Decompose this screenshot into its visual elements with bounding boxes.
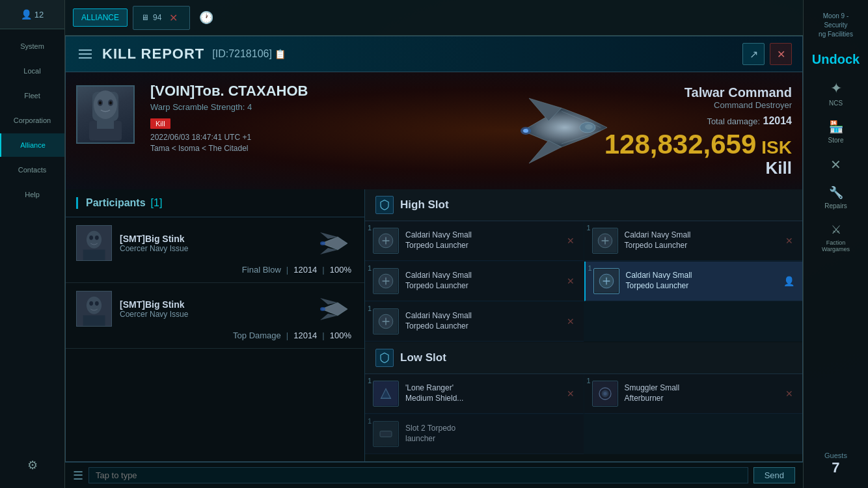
kill-report-buttons: ↗ ✕ <box>742 43 792 65</box>
svg-rect-18 <box>83 250 105 260</box>
ncs-label: NCS <box>829 100 843 107</box>
slot-item: 1 Caldari Navy SmallTorpedo Launcher ✕ <box>365 262 584 301</box>
chat-input[interactable] <box>88 467 748 483</box>
participant-info-1: [SMT]Big Stink Coercer Navy Issue <box>120 234 301 253</box>
participant-portrait-1 <box>76 225 112 261</box>
sidebar-nav: System Local Fleet Corporation Alliance … <box>0 29 64 442</box>
low-slot-name-2: Smuggler SmallAfterburner <box>625 383 778 403</box>
user-icon: 👤 <box>21 9 32 20</box>
damage-info: Talwar Command Command Destroyer Total d… <box>604 85 792 178</box>
bottom-bar: ☰ Send <box>65 462 803 488</box>
participant-ship-img-2 <box>308 293 354 325</box>
damage-display: Total damage: 12014 <box>604 115 792 127</box>
list-item: [SMT]Big Stink Coercer Navy Issue Final … <box>66 217 364 283</box>
copy-icon[interactable]: 📋 <box>275 49 286 59</box>
low-slot-x-1[interactable]: ✕ <box>565 387 576 400</box>
svg-point-19 <box>320 241 325 245</box>
clock-icon[interactable]: 🕐 <box>195 7 217 29</box>
tools-icon: ✕ <box>830 157 841 172</box>
notifications-count: 94 <box>153 13 161 22</box>
right-sidebar-repairs[interactable]: 🔧 Repairs <box>804 179 868 216</box>
sidebar-item-help[interactable]: Help <box>0 183 64 206</box>
faction-label: FactionWargames <box>822 239 850 252</box>
user-count-display: 👤 94 12 <box>0 5 64 23</box>
sidebar-bottom: ⚙ <box>0 442 64 488</box>
monitor-icon: 🖥 <box>141 13 149 22</box>
repairs-label: Repairs <box>824 202 847 210</box>
slot-item: 1 'Lone Ranger'Medium Shield... ✕ <box>365 374 584 414</box>
close-button[interactable]: ✕ <box>770 43 792 65</box>
sidebar-item-fleet[interactable]: Fleet <box>0 84 64 107</box>
svg-point-1 <box>94 90 117 119</box>
slot-x-5[interactable]: ✕ <box>565 315 576 328</box>
slot-item: 1 Smuggler SmallAfterburner ✕ <box>584 374 803 414</box>
participant-portrait-2 <box>76 291 112 327</box>
sidebar-item-corporation[interactable]: Corporation <box>0 109 64 132</box>
slot-name-5: Caldari Navy SmallTorpedo Launcher <box>405 311 559 331</box>
kill-report-title: KILL REPORT <box>102 46 204 62</box>
slot-item: 1 Caldari Navy SmallTorpedo Launcher ✕ <box>365 302 584 342</box>
alliance-tab[interactable]: ALLIANCE <box>73 8 128 27</box>
low-slot-title: Low Slot <box>400 351 446 364</box>
right-sidebar-undock[interactable]: Undock <box>804 46 868 74</box>
store-label: Store <box>828 137 844 144</box>
location-label: Moon 9 -Securityng Facilities <box>819 12 853 39</box>
svg-point-15 <box>87 231 102 249</box>
svg-rect-7 <box>97 121 114 129</box>
sidebar-item-alliance[interactable]: Alliance <box>0 133 64 157</box>
participants-header: Participants [1] <box>66 189 364 217</box>
participants-panel: Participants [1] <box>66 189 365 461</box>
slot-icon-2 <box>592 228 618 254</box>
store-icon: 🏪 <box>829 120 843 134</box>
slot-name-3: Caldari Navy SmallTorpedo Launcher <box>405 271 559 291</box>
kill-report-main: Participants [1] <box>66 189 802 461</box>
guests-label: Guests <box>824 452 847 459</box>
low-slot-header: Low Slot <box>365 342 802 374</box>
pilot-portrait <box>76 85 135 144</box>
sidebar-item-system[interactable]: System <box>0 34 64 58</box>
slot-x-1[interactable]: ✕ <box>565 234 576 247</box>
hamburger-menu[interactable] <box>76 47 94 61</box>
low-slot-name-1: 'Lone Ranger'Medium Shield... <box>405 383 559 403</box>
low-slot-x-2[interactable]: ✕ <box>784 387 794 400</box>
sidebar-item-local[interactable]: Local <box>0 59 64 83</box>
export-button[interactable]: ↗ <box>742 43 765 65</box>
participant-stats-2: Top Damage | 12014 | 100% <box>76 331 354 340</box>
participants-count: [1] <box>151 197 163 209</box>
bottom-menu-icon[interactable]: ☰ <box>73 468 83 483</box>
settings-button[interactable]: ⚙ <box>5 450 59 480</box>
participant-ship-1: Coercer Navy Issue <box>120 244 301 253</box>
isk-display: 128,832,659 ISK <box>604 131 792 158</box>
svg-point-25 <box>320 307 325 311</box>
participants-title: Participants <box>86 197 146 209</box>
svg-point-21 <box>87 297 102 314</box>
ship-name-display: Talwar Command Command Destroyer <box>604 85 792 110</box>
ship-info-area: [VOIN]Тов. СТАХАНОВ Warp Scramble Streng… <box>66 72 802 189</box>
low-slot-icon <box>375 349 394 367</box>
pilot-face-svg <box>83 88 128 141</box>
guests-count: 7 <box>824 459 847 476</box>
high-slot-title: High Slot <box>400 198 449 211</box>
close-notifications[interactable]: ✕ <box>165 10 182 25</box>
faction-icon: ⚔ <box>831 223 841 237</box>
right-sidebar-tools[interactable]: ✕ <box>804 150 868 179</box>
high-slot-icon <box>375 196 394 214</box>
slot-name-2: Caldari Navy SmallTorpedo Launcher <box>625 230 778 251</box>
sidebar-top: 👤 94 12 <box>0 0 64 29</box>
sidebar-item-contacts[interactable]: Contacts <box>0 158 64 182</box>
participant-ship-img-1 <box>308 227 354 260</box>
send-button[interactable]: Send <box>753 467 795 483</box>
ncs-icon: ✦ <box>830 80 842 97</box>
right-sidebar-store[interactable]: 🏪 Store <box>804 113 868 150</box>
right-sidebar-ncs[interactable]: ✦ NCS <box>804 74 868 113</box>
notifications-tab[interactable]: 🖥 94 ✕ <box>133 6 190 30</box>
repairs-icon: 🔧 <box>829 185 843 200</box>
participant-info-2: [SMT]Big Stink Coercer Navy Issue <box>120 299 301 319</box>
slot-x-2[interactable]: ✕ <box>784 234 794 247</box>
slot-item: 1 Caldari Navy SmallTorpedo Launcher 👤 <box>584 262 803 301</box>
user-active-icon: 👤 <box>783 276 794 286</box>
svg-point-13 <box>585 124 593 129</box>
right-sidebar-faction[interactable]: ⚔ FactionWargames <box>804 216 868 259</box>
svg-point-41 <box>603 392 606 395</box>
slot-x-3[interactable]: ✕ <box>565 275 576 288</box>
